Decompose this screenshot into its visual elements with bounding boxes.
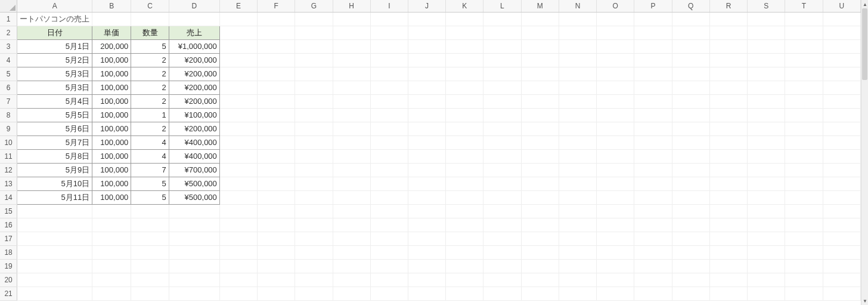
cell-O2[interactable] — [597, 26, 634, 39]
cell-R8[interactable] — [709, 108, 747, 122]
cell-A16[interactable] — [17, 218, 92, 232]
cell-T17[interactable] — [785, 232, 823, 245]
cell-G18[interactable] — [295, 245, 333, 259]
cell-R5[interactable] — [709, 67, 747, 81]
cell-B2[interactable]: 単価 — [92, 26, 131, 39]
cell-B1[interactable] — [92, 12, 131, 26]
cell-O17[interactable] — [597, 232, 634, 245]
cell-D21[interactable] — [169, 286, 219, 300]
cell-N13[interactable] — [559, 177, 596, 190]
cell-I21[interactable] — [370, 286, 408, 300]
cell-M18[interactable] — [521, 245, 559, 259]
cell-U14[interactable] — [823, 190, 860, 204]
cell-N17[interactable] — [559, 232, 596, 245]
cell-M4[interactable] — [521, 53, 559, 67]
cell-Q2[interactable] — [672, 26, 709, 39]
cell-U7[interactable] — [823, 94, 860, 108]
cell-A12[interactable]: 5月9日 — [17, 163, 92, 177]
cell-C21[interactable] — [131, 286, 169, 300]
cell-I11[interactable] — [370, 149, 408, 163]
cell-G3[interactable] — [295, 39, 333, 53]
cell-U13[interactable] — [823, 177, 860, 190]
cell-F16[interactable] — [258, 218, 295, 232]
row-header-13[interactable]: 13 — [0, 177, 17, 190]
cell-S7[interactable] — [748, 94, 785, 108]
cell-D4[interactable]: ¥200,000 — [169, 53, 219, 67]
cell-E3[interactable] — [219, 39, 257, 53]
cell-S10[interactable] — [748, 135, 785, 149]
cell-H9[interactable] — [333, 122, 370, 135]
cell-T13[interactable] — [785, 177, 823, 190]
cell-H10[interactable] — [333, 135, 370, 149]
cell-M19[interactable] — [521, 259, 559, 273]
cell-O12[interactable] — [597, 163, 634, 177]
cell-L12[interactable] — [483, 163, 521, 177]
cell-I2[interactable] — [370, 26, 408, 39]
column-header-J[interactable]: J — [408, 0, 445, 12]
cell-B19[interactable] — [92, 259, 131, 273]
cell-I5[interactable] — [370, 67, 408, 81]
cell-Q6[interactable] — [672, 81, 709, 94]
cell-U9[interactable] — [823, 122, 860, 135]
cell-F17[interactable] — [258, 232, 295, 245]
cell-E15[interactable] — [219, 204, 257, 218]
cell-F4[interactable] — [258, 53, 295, 67]
cell-D2[interactable]: 売上 — [169, 26, 219, 39]
cell-A7[interactable]: 5月4日 — [17, 94, 92, 108]
cell-A6[interactable]: 5月3日 — [17, 81, 92, 94]
cell-L17[interactable] — [483, 232, 521, 245]
cell-F2[interactable] — [258, 26, 295, 39]
cell-I3[interactable] — [370, 39, 408, 53]
cell-B13[interactable]: 100,000 — [92, 177, 131, 190]
row-header-2[interactable]: 2 — [0, 26, 17, 39]
cell-S1[interactable] — [748, 12, 785, 26]
row-header-7[interactable]: 7 — [0, 94, 17, 108]
cell-P10[interactable] — [634, 135, 672, 149]
cell-O14[interactable] — [597, 190, 634, 204]
cell-H21[interactable] — [333, 286, 370, 300]
cell-N12[interactable] — [559, 163, 596, 177]
cell-B3[interactable]: 200,000 — [92, 39, 131, 53]
cell-F12[interactable] — [258, 163, 295, 177]
cell-E1[interactable] — [219, 12, 257, 26]
scroll-thumb[interactable] — [862, 8, 867, 80]
cell-A18[interactable] — [17, 245, 92, 259]
spreadsheet-grid[interactable]: ABCDEFGHIJKLMNOPQRSTU1ートパソコンの売上2日付単価数量売上… — [0, 0, 861, 305]
cell-U2[interactable] — [823, 26, 860, 39]
cell-S20[interactable] — [748, 273, 785, 286]
row-header-21[interactable]: 21 — [0, 286, 17, 300]
cell-M10[interactable] — [521, 135, 559, 149]
cell-T10[interactable] — [785, 135, 823, 149]
cell-B17[interactable] — [92, 232, 131, 245]
cell-G16[interactable] — [295, 218, 333, 232]
cell-S16[interactable] — [748, 218, 785, 232]
cell-N19[interactable] — [559, 259, 596, 273]
cell-L20[interactable] — [483, 273, 521, 286]
cell-E13[interactable] — [219, 177, 257, 190]
cell-N6[interactable] — [559, 81, 596, 94]
cell-A21[interactable] — [17, 286, 92, 300]
cell-F1[interactable] — [258, 12, 295, 26]
cell-J21[interactable] — [408, 286, 445, 300]
row-header-18[interactable]: 18 — [0, 245, 17, 259]
cell-L15[interactable] — [483, 204, 521, 218]
cell-P5[interactable] — [634, 67, 672, 81]
cell-R3[interactable] — [709, 39, 747, 53]
cell-G6[interactable] — [295, 81, 333, 94]
cell-D12[interactable]: ¥700,000 — [169, 163, 219, 177]
row-header-3[interactable]: 3 — [0, 39, 17, 53]
cell-P1[interactable] — [634, 12, 672, 26]
cell-F20[interactable] — [258, 273, 295, 286]
cell-Q1[interactable] — [672, 12, 709, 26]
cell-U20[interactable] — [823, 273, 860, 286]
cell-R13[interactable] — [709, 177, 747, 190]
row-header-1[interactable]: 1 — [0, 12, 17, 26]
cell-M14[interactable] — [521, 190, 559, 204]
cell-A20[interactable] — [17, 273, 92, 286]
cell-B14[interactable]: 100,000 — [92, 190, 131, 204]
cell-L21[interactable] — [483, 286, 521, 300]
cell-G20[interactable] — [295, 273, 333, 286]
cell-Q9[interactable] — [672, 122, 709, 135]
cell-L18[interactable] — [483, 245, 521, 259]
cell-U16[interactable] — [823, 218, 860, 232]
